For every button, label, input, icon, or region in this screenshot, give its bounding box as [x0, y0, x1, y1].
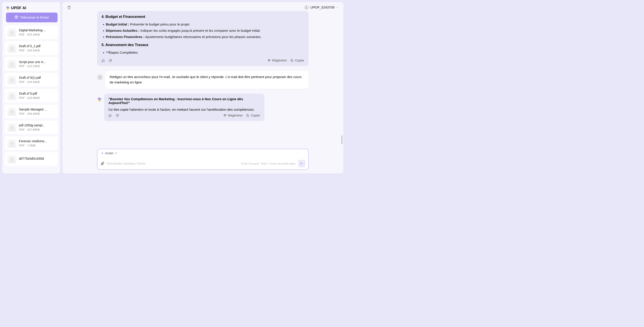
list-item: Budget Initial : Présenter le budget pré…: [106, 21, 304, 28]
upload-file-button[interactable]: Téléverser le fichier: [6, 12, 58, 22]
app-logo-icon: [6, 6, 10, 10]
svg-point-2: [7, 8, 9, 10]
file-icon: [8, 28, 16, 37]
main-panel: UPDF_5243709 4. Budget et Financement Bu…: [62, 2, 343, 173]
thumbs-down-button[interactable]: [116, 114, 119, 118]
composer-input-row: Enter Envoyer; Shift + Enter Nouvelle li…: [98, 158, 308, 170]
thumbs-up-button[interactable]: [108, 114, 112, 118]
user-menu[interactable]: UPDF_5243709: [304, 5, 338, 10]
svg-rect-5: [291, 60, 293, 62]
svg-rect-10: [247, 115, 249, 117]
email-subject-explanation: Ce titre capte l'attention et incite à l…: [108, 108, 260, 112]
file-item[interactable]: Script pour une vi...PDF · 122.23KB: [4, 57, 58, 71]
file-meta: PDF · 104.44KB: [19, 49, 55, 52]
assistant-message: 4. Budget et Financement Budget Initial …: [97, 11, 308, 66]
file-meta: PDF · 206.48KB: [19, 112, 55, 116]
file-meta: PDF · 104.44KB: [19, 80, 55, 84]
file-icon: [8, 139, 16, 148]
assistant-message: "Boostez Vos Compétences en Marketing : …: [104, 94, 264, 121]
list-item: Dépenses Actuelles : Indiquer les coûts …: [106, 28, 304, 34]
file-icon: [8, 154, 16, 164]
list-item-text: Indiquer les coûts engagés jusqu'à prése…: [140, 29, 260, 33]
file-meta: PDF · 676.16KB: [19, 33, 55, 36]
mode-label: Inciter: [105, 152, 114, 155]
mode-selector[interactable]: ✦ Inciter ▼: [101, 152, 117, 155]
delete-button[interactable]: [67, 5, 71, 10]
sparkle-icon: ✦: [101, 152, 104, 155]
file-name: d0775e3df1c935d: [19, 157, 55, 160]
list-item: Prévisions Financières : Ajustements bud…: [106, 34, 304, 40]
regenerate-label: Régénérer: [228, 114, 243, 118]
sidebar-header: UPDF AI: [4, 4, 59, 12]
assistant-message-row: "Boostez Vos Compétences en Marketing : …: [97, 94, 308, 121]
file-item[interactable]: Draft of 5_1.pdfPDF · 104.44KB: [4, 42, 58, 55]
composer-input[interactable]: [107, 162, 238, 166]
upload-label: Téléverser le fichier: [20, 16, 49, 19]
scrollbar-thumb[interactable]: [341, 135, 342, 144]
assistant-logo-icon: [97, 97, 102, 102]
composer-toolbar: ✦ Inciter ▼: [98, 149, 308, 158]
svg-point-9: [98, 99, 100, 101]
section-heading: 5. Avancement des Travaux: [102, 43, 304, 47]
list-item: **Étapes Complétées: [106, 50, 304, 56]
file-item[interactable]: pdf-1050g-sampl...PDF · 157.99KB: [4, 120, 58, 134]
list-item-text: Présenter le budget prévu pour le projet…: [129, 22, 190, 26]
file-meta: PDF · 7.5MB: [19, 144, 55, 147]
file-item[interactable]: d0775e3df1c935d: [4, 152, 58, 166]
triangle-down-icon: ▼: [115, 152, 117, 154]
file-meta: PDF · 103.06KB: [19, 96, 55, 100]
user-avatar-icon: [304, 5, 309, 10]
file-item[interactable]: Digital-Marketing-...PDF · 676.16KB: [4, 26, 58, 39]
file-item[interactable]: Draft of 5.pdfPDF · 103.06KB: [4, 89, 58, 102]
file-name: Script pour une vi...: [19, 60, 55, 64]
file-icon: [8, 44, 16, 52]
upload-icon: [14, 15, 18, 20]
file-name: pdf-1050g-sampl...: [19, 124, 55, 127]
user-message-row: Rédigez un titre accrocheur pour l'e-mai…: [97, 71, 308, 89]
thumbs-up-button[interactable]: [102, 59, 105, 62]
composer-hint: Enter Envoyer; Shift + Enter Nouvelle li…: [241, 162, 296, 165]
copy-button[interactable]: Copier: [290, 58, 304, 62]
svg-point-6: [100, 76, 100, 78]
app-title: UPDF AI: [11, 6, 26, 10]
copy-label: Copier: [251, 114, 260, 118]
message-actions: Régénérer Copier: [102, 58, 304, 62]
user-message: Rédigez un titre accrocheur pour l'e-mai…: [105, 71, 308, 89]
file-name: Sample Managed ...: [19, 108, 55, 112]
copy-label: Copier: [295, 58, 304, 62]
user-avatar-icon: [97, 74, 103, 80]
bullet-list: Budget Initial : Présenter le budget pré…: [102, 21, 304, 40]
file-icon: [8, 76, 16, 84]
list-item-label: Budget Initial :: [106, 22, 129, 26]
section-heading: 4. Budget et Financement: [102, 14, 304, 18]
list-item-label: Prévisions Financières :: [106, 35, 144, 39]
send-button[interactable]: [298, 160, 306, 167]
bullet-list: **Étapes Complétées: [102, 50, 304, 56]
file-icon: [8, 91, 16, 100]
thumbs-down-button[interactable]: [108, 59, 112, 62]
file-icon: [8, 107, 16, 116]
file-meta: PDF · 157.99KB: [19, 128, 55, 131]
file-name: Forensic medicine...: [19, 139, 55, 143]
regenerate-label: Régénérer: [272, 58, 287, 62]
file-name: Draft of 5_1.pdf: [19, 44, 55, 48]
message-actions: Régénérer Copier: [108, 114, 260, 118]
chevron-down-icon: [336, 6, 338, 9]
file-name: Draft of 5.pdf: [19, 92, 55, 96]
file-meta: PDF · 122.23KB: [19, 64, 55, 68]
regenerate-button[interactable]: Régénérer: [223, 114, 242, 118]
file-item[interactable]: Sample Managed ...PDF · 206.48KB: [4, 105, 58, 118]
file-item[interactable]: Forensic medicine...PDF · 7.5MB: [4, 136, 58, 150]
file-name: Draft of 5(1).pdf: [19, 76, 55, 80]
sidebar: UPDF AI Téléverser le fichier Digital-Ma…: [2, 2, 60, 173]
copy-button[interactable]: Copier: [246, 114, 260, 118]
attach-button[interactable]: [100, 161, 105, 166]
file-name: Digital-Marketing-...: [19, 28, 55, 32]
user-name: UPDF_5243709: [310, 6, 334, 10]
regenerate-button[interactable]: Régénérer: [268, 58, 287, 62]
file-icon: [8, 123, 16, 132]
file-list: Digital-Marketing-...PDF · 676.16KBDraft…: [4, 26, 59, 171]
topbar: UPDF_5243709: [62, 2, 343, 10]
file-item[interactable]: Draft of 5(1).pdfPDF · 104.44KB: [4, 73, 58, 86]
composer: ✦ Inciter ▼ Enter Envoyer; Shift + Enter…: [97, 149, 308, 170]
